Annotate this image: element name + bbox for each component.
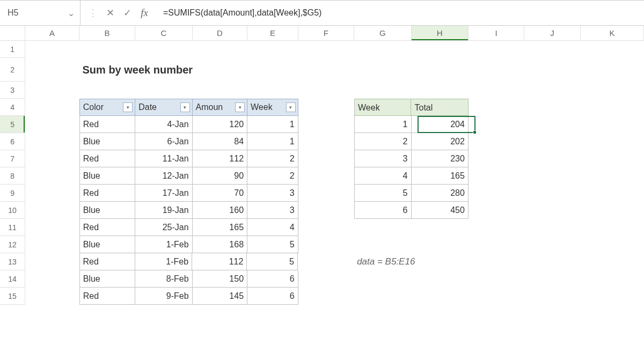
cell-G8[interactable]: 4 xyxy=(354,167,411,185)
row-header-8[interactable]: 8 xyxy=(0,167,25,185)
cell-G9[interactable]: 5 xyxy=(354,185,411,202)
cell-E5[interactable]: 1 xyxy=(247,116,298,133)
cell-A10[interactable] xyxy=(25,202,79,219)
cell-I7[interactable] xyxy=(469,150,524,167)
formula-input[interactable]: =SUMIFS(data[Amount],data[Week],$G5) xyxy=(157,8,644,18)
cell-C6[interactable]: 6-Jan xyxy=(135,133,192,150)
cell-D14[interactable]: 150 xyxy=(193,270,247,288)
col-header-A[interactable]: A xyxy=(25,26,79,40)
cell-G14[interactable] xyxy=(354,270,411,288)
cell-I8[interactable] xyxy=(469,167,524,185)
cell-C7[interactable]: 11-Jan xyxy=(135,150,192,167)
row-header-11[interactable]: 11 xyxy=(0,219,25,236)
row-header-12[interactable]: 12 xyxy=(0,236,25,253)
cell-C1[interactable] xyxy=(135,41,192,58)
cell-F7[interactable] xyxy=(298,150,354,167)
cell-I3[interactable] xyxy=(469,82,524,99)
col-header-F[interactable]: F xyxy=(298,26,354,40)
cell-G13-note[interactable]: data = B5:E16 xyxy=(354,253,412,270)
cell-K14[interactable] xyxy=(581,270,644,288)
cell-H12[interactable] xyxy=(412,236,469,253)
cell-J14[interactable] xyxy=(524,270,580,288)
cell-K2[interactable] xyxy=(581,58,644,82)
table1-header-amount[interactable]: Amoun ▾ xyxy=(193,99,247,116)
chevron-down-icon[interactable]: ⌄ xyxy=(68,8,75,18)
cell-G5[interactable]: 1 xyxy=(354,116,411,133)
cell-C8[interactable]: 12-Jan xyxy=(135,167,192,185)
cell-D11[interactable]: 165 xyxy=(193,219,247,236)
cell-F2[interactable] xyxy=(299,58,355,82)
cell-C14[interactable]: 8-Feb xyxy=(135,270,192,288)
row-header-3[interactable]: 3 xyxy=(0,82,25,99)
cell-D2[interactable] xyxy=(193,58,248,82)
cell-I14[interactable] xyxy=(469,270,524,288)
cell-G15[interactable] xyxy=(354,288,411,305)
filter-dropdown-icon[interactable]: ▾ xyxy=(180,102,190,112)
col-header-I[interactable]: I xyxy=(469,26,524,40)
cell-C9[interactable]: 17-Jan xyxy=(135,185,192,202)
cell-B7[interactable]: Red xyxy=(79,150,135,167)
cell-B9[interactable]: Red xyxy=(79,185,135,202)
cell-H2[interactable] xyxy=(412,58,469,82)
cell-H10[interactable]: 450 xyxy=(412,202,469,219)
cell-B2-title[interactable]: Sum by week number xyxy=(79,58,136,82)
cell-G12[interactable] xyxy=(354,236,411,253)
cell-J5[interactable] xyxy=(524,116,580,133)
cell-K1[interactable] xyxy=(581,41,644,58)
cell-H15[interactable] xyxy=(412,288,469,305)
cell-I11[interactable] xyxy=(469,219,524,236)
filter-dropdown-icon[interactable]: ▾ xyxy=(123,102,133,112)
cell-J2[interactable] xyxy=(525,58,581,82)
cell-F14[interactable] xyxy=(298,270,354,288)
cell-D9[interactable]: 70 xyxy=(193,185,247,202)
cell-H11[interactable] xyxy=(412,219,469,236)
cell-E12[interactable]: 5 xyxy=(247,236,298,253)
cell-A7[interactable] xyxy=(25,150,79,167)
cell-C12[interactable]: 1-Feb xyxy=(135,236,192,253)
cell-B14[interactable]: Blue xyxy=(79,270,135,288)
cell-I9[interactable] xyxy=(469,185,524,202)
cell-C13[interactable]: 1-Feb xyxy=(135,253,192,270)
cell-F4[interactable] xyxy=(298,99,354,116)
cell-A1[interactable] xyxy=(25,41,79,58)
name-box[interactable]: H5 ⌄ xyxy=(0,1,80,25)
cell-I1[interactable] xyxy=(469,41,524,58)
cell-F15[interactable] xyxy=(298,288,354,305)
cell-E9[interactable]: 3 xyxy=(247,185,298,202)
col-header-E[interactable]: E xyxy=(247,26,298,40)
cell-E15[interactable]: 6 xyxy=(247,288,298,305)
cell-E10[interactable]: 3 xyxy=(247,202,298,219)
row-header-10[interactable]: 10 xyxy=(0,202,25,219)
col-header-K[interactable]: K xyxy=(581,26,644,40)
cell-D1[interactable] xyxy=(193,41,247,58)
col-header-C[interactable]: C xyxy=(135,26,192,40)
enter-icon[interactable]: ✓ xyxy=(121,7,133,19)
cell-F9[interactable] xyxy=(298,185,354,202)
col-header-H[interactable]: H xyxy=(412,26,469,40)
cell-J13[interactable] xyxy=(525,253,581,270)
cell-C2[interactable] xyxy=(136,58,193,82)
cell-H5[interactable]: 204 xyxy=(412,116,469,133)
row-header-6[interactable]: 6 xyxy=(0,133,25,150)
cell-F8[interactable] xyxy=(298,167,354,185)
cell-K11[interactable] xyxy=(581,219,644,236)
cell-E7[interactable]: 2 xyxy=(247,150,298,167)
cell-C10[interactable]: 19-Jan xyxy=(135,202,192,219)
cell-K15[interactable] xyxy=(581,288,644,305)
cell-K6[interactable] xyxy=(581,133,644,150)
row-header-14[interactable]: 14 xyxy=(0,270,25,288)
table1-header-color[interactable]: Color ▾ xyxy=(79,99,135,116)
cell-G10[interactable]: 6 xyxy=(354,202,411,219)
cell-D8[interactable]: 90 xyxy=(193,167,247,185)
cell-J10[interactable] xyxy=(524,202,580,219)
cell-J15[interactable] xyxy=(524,288,580,305)
cell-C5[interactable]: 4-Jan xyxy=(135,116,192,133)
filter-dropdown-icon[interactable]: ▾ xyxy=(286,102,296,112)
cell-I6[interactable] xyxy=(469,133,524,150)
row-header-13[interactable]: 13 xyxy=(0,253,25,270)
cell-E2[interactable] xyxy=(248,58,298,82)
row-header-2[interactable]: 2 xyxy=(0,58,25,82)
cell-B13[interactable]: Red xyxy=(79,253,135,270)
row-header-9[interactable]: 9 xyxy=(0,185,25,202)
cell-D12[interactable]: 168 xyxy=(193,236,247,253)
